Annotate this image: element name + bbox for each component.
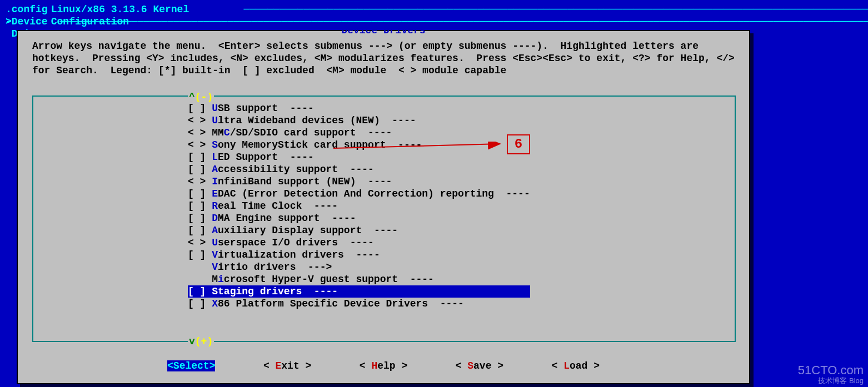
menu-item-prefix: < >	[188, 115, 212, 126]
button-label: xit	[281, 360, 305, 371]
menu-item-label: serspace I/O drivers ----	[218, 237, 374, 248]
button-label: ave	[473, 360, 497, 371]
menu-item-hotkey: R	[212, 200, 218, 212]
help-button[interactable]: < Help >	[360, 360, 407, 371]
select-button[interactable]: <Select>	[167, 360, 215, 371]
menu-item-hotkey: D	[212, 213, 218, 224]
menu-item-prefix: [ ]	[188, 249, 212, 260]
menu-item-prefix	[188, 262, 212, 273]
menu-item[interactable]: [ ] Auxiliary Display support ----	[188, 224, 530, 237]
menu-item-label: SB support ----	[218, 103, 314, 114]
menu-item-hotkey: I	[212, 176, 218, 187]
scroll-down-indicator[interactable]: v(+)	[188, 335, 214, 348]
menu-item-hotkey: C	[224, 127, 230, 138]
menu-item-label: /SD/SDIO card support ----	[230, 127, 392, 138]
menu-item-prefix: [ ]	[188, 164, 212, 175]
menu-item-label: 86 Platform Specific Device Drivers ----	[218, 298, 464, 309]
watermark: 51CTO.com 技术博客 Blog	[798, 364, 864, 385]
menu-item-hotkey: A	[212, 164, 218, 175]
save-button[interactable]: < Save >	[456, 360, 503, 371]
menu-item-prefix: [ ]	[188, 103, 212, 114]
dialog-box: Device Drivers Arrow keys navigate the m…	[17, 30, 750, 384]
menu-item-prefix: [ ]	[188, 152, 212, 163]
menu-item-hotkey: U	[212, 103, 218, 114]
menu-list: [ ] USB support ----< > Ultra Wideband d…	[188, 102, 530, 310]
menu-item[interactable]: < > Userspace I/O drivers ----	[188, 237, 530, 249]
menu-item-hotkey: A	[212, 225, 218, 236]
menu-item[interactable]: [ ] USB support ----	[188, 102, 530, 114]
button-label: elect	[179, 360, 209, 371]
dialog-help-text: Arrow keys navigate the menu. <Enter> se…	[32, 40, 737, 77]
terminal: .config - Linux/x86 3.13.6 Kernel Config…	[0, 0, 868, 387]
menu-item[interactable]: < > Sony MemoryStick card support ----	[188, 139, 530, 151]
menu-item-hotkey: X	[212, 298, 218, 309]
menu-item[interactable]: [ ] Virtualization drivers ----	[188, 249, 530, 261]
menu-item-hotkey: S	[212, 139, 218, 150]
menu-item-hotkey: U	[212, 237, 218, 248]
button-label: oad	[570, 360, 593, 371]
button-hotkey: L	[563, 360, 570, 371]
menu-item-label: ED Support ----	[218, 152, 314, 163]
button-hotkey: E	[276, 360, 282, 371]
menu-item-label: taging drivers ----	[218, 286, 338, 297]
menu-item-hotkey: V	[212, 249, 218, 260]
scroll-up-indicator[interactable]: ^(-)	[188, 91, 214, 103]
menu-item-hotkey: V	[212, 262, 218, 273]
menu-item[interactable]: < > InfiniBand support (NEW) ----	[188, 175, 530, 188]
menu-item-label: uxiliary Display support ----	[218, 225, 398, 236]
menu-item-prefix: < >	[188, 139, 212, 150]
menu-item-hotkey: U	[212, 115, 218, 126]
menu-item[interactable]: [ ] DMA Engine support ----	[188, 212, 530, 224]
menu-item-hotkey: i	[218, 274, 224, 285]
menu-item[interactable]: [ ] EDAC (Error Detection And Correction…	[188, 188, 530, 200]
menu-item[interactable]: [ ] Accessibility support ----	[188, 163, 530, 175]
menu-item-label: ltra Wideband devices (NEW) ----	[218, 115, 416, 126]
menu-item[interactable]: [ ] Real Time Clock ----	[188, 200, 530, 212]
menu-item-prefix: [ ]	[188, 298, 212, 309]
menu-item-label: nfiniBand support (NEW) ----	[218, 176, 392, 187]
exit-button[interactable]: < Exit >	[263, 360, 311, 371]
menu-item-hotkey: E	[212, 188, 218, 199]
button-hotkey: S	[467, 360, 473, 371]
menu-item[interactable]: < > MMC/SD/SDIO card support ----	[188, 127, 530, 139]
menu-item-prefix: < >	[188, 237, 212, 248]
menu-item[interactable]: [ ] LED Support ----	[188, 151, 530, 163]
menu-item[interactable]: < > Ultra Wideband devices (NEW) ----	[188, 114, 530, 127]
menu-box: ^(-) [ ] USB support ----< > Ultra Wideb…	[32, 96, 736, 342]
button-label: elp	[377, 360, 401, 371]
menu-item-label: irtualization drivers ----	[218, 249, 380, 260]
menu-item[interactable]: [ ] X86 Platform Specific Device Drivers…	[188, 298, 530, 310]
menu-item[interactable]: Microsoft Hyper-V guest support ----	[188, 273, 530, 285]
menu-item[interactable]: [ ] Staging drivers ----	[188, 285, 530, 298]
menu-item-hotkey: S	[212, 286, 218, 297]
menu-item-label: eal Time Clock ----	[218, 200, 338, 212]
menu-item-prefix: [ ]	[188, 286, 212, 297]
menu-item-hotkey: L	[212, 152, 218, 163]
menu-item-label: crosoft Hyper-V guest support ----	[224, 274, 434, 285]
breadcrumb-prefix: >	[6, 16, 12, 40]
button-bar: <Select> < Exit > < Help > < Save > < Lo…	[18, 360, 749, 372]
menu-item[interactable]: Virtio drivers --->	[188, 261, 530, 273]
menu-item-prefix: [ ]	[188, 213, 212, 224]
menu-item-prefix: < >	[188, 176, 212, 187]
watermark-line2: 技术博客 Blog	[798, 377, 864, 385]
menu-item-label: DAC (Error Detection And Correction) rep…	[218, 188, 530, 199]
load-button[interactable]: < Load >	[552, 360, 600, 371]
menu-item-prefix: [ ]	[188, 188, 212, 199]
menu-item-prefix: < > MM	[188, 127, 224, 138]
menu-item-prefix: M	[188, 274, 218, 285]
menu-item-prefix: [ ]	[188, 225, 212, 236]
menu-item-prefix: [ ]	[188, 200, 212, 212]
dialog-title: Device Drivers	[18, 24, 749, 37]
menu-item-label: MA Engine support ----	[218, 213, 356, 224]
button-hotkey: H	[371, 360, 377, 371]
menu-item-label: ony MemoryStick card support ----	[218, 139, 422, 150]
button-hotkey: S	[173, 360, 179, 371]
menu-item-label: irtio drivers --->	[218, 262, 332, 273]
menu-item-label: ccessibility support ----	[218, 164, 374, 175]
callout-number: 6	[507, 134, 530, 154]
watermark-line1: 51CTO.com	[798, 364, 864, 377]
